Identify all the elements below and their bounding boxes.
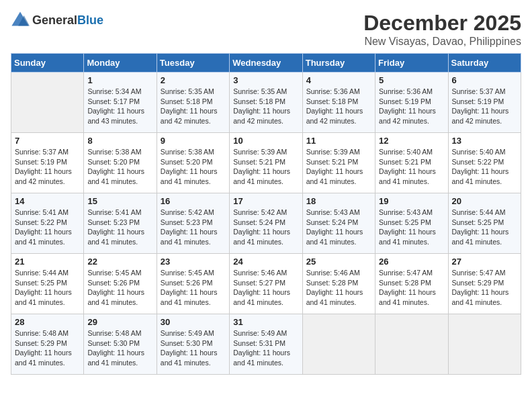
header-saturday: Saturday xyxy=(448,54,521,73)
calendar-cell: 28Sunrise: 5:48 AMSunset: 5:29 PMDayligh… xyxy=(11,314,84,375)
cell-info: Sunrise: 5:35 AMSunset: 5:18 PMDaylight:… xyxy=(161,87,226,126)
cell-info: Sunrise: 5:47 AMSunset: 5:28 PMDaylight:… xyxy=(379,268,444,308)
day-number: 24 xyxy=(233,257,298,267)
day-number: 13 xyxy=(452,136,517,146)
header-wednesday: Wednesday xyxy=(230,54,302,73)
day-number: 31 xyxy=(233,317,298,327)
day-number: 30 xyxy=(161,317,226,327)
calendar-cell xyxy=(302,314,375,375)
day-number: 19 xyxy=(379,196,444,206)
calendar-cell: 2Sunrise: 5:35 AMSunset: 5:18 PMDaylight… xyxy=(157,73,229,133)
cell-info: Sunrise: 5:46 AMSunset: 5:27 PMDaylight:… xyxy=(233,268,298,308)
calendar-cell: 23Sunrise: 5:45 AMSunset: 5:26 PMDayligh… xyxy=(157,254,229,314)
cell-info: Sunrise: 5:38 AMSunset: 5:20 PMDaylight:… xyxy=(87,147,152,187)
day-number: 29 xyxy=(87,317,152,327)
calendar-cell: 17Sunrise: 5:42 AMSunset: 5:24 PMDayligh… xyxy=(230,193,302,254)
calendar-cell: 7Sunrise: 5:37 AMSunset: 5:19 PMDaylight… xyxy=(11,133,84,193)
calendar-cell: 15Sunrise: 5:41 AMSunset: 5:23 PMDayligh… xyxy=(84,193,157,254)
day-number: 3 xyxy=(233,75,298,85)
calendar-cell xyxy=(448,314,521,375)
calendar-cell: 4Sunrise: 5:36 AMSunset: 5:18 PMDaylight… xyxy=(302,73,375,133)
calendar-cell: 12Sunrise: 5:40 AMSunset: 5:21 PMDayligh… xyxy=(375,133,448,193)
cell-info: Sunrise: 5:46 AMSunset: 5:28 PMDaylight:… xyxy=(306,268,371,308)
header-sunday: Sunday xyxy=(11,54,84,73)
cell-info: Sunrise: 5:49 AMSunset: 5:30 PMDaylight:… xyxy=(161,328,226,368)
day-number: 21 xyxy=(15,257,80,267)
calendar-cell: 9Sunrise: 5:38 AMSunset: 5:20 PMDaylight… xyxy=(157,133,229,193)
cell-info: Sunrise: 5:36 AMSunset: 5:18 PMDaylight:… xyxy=(306,87,371,126)
day-number: 10 xyxy=(233,136,298,146)
logo-text-blue: Blue xyxy=(77,13,103,27)
cell-info: Sunrise: 5:38 AMSunset: 5:20 PMDaylight:… xyxy=(161,147,226,187)
cell-info: Sunrise: 5:44 AMSunset: 5:25 PMDaylight:… xyxy=(15,268,80,308)
day-number: 28 xyxy=(15,317,80,327)
cell-info: Sunrise: 5:48 AMSunset: 5:30 PMDaylight:… xyxy=(87,328,152,368)
cell-info: Sunrise: 5:48 AMSunset: 5:29 PMDaylight:… xyxy=(15,328,80,368)
day-number: 23 xyxy=(161,257,226,267)
calendar-week-row: 14Sunrise: 5:41 AMSunset: 5:22 PMDayligh… xyxy=(11,193,521,254)
calendar-cell: 31Sunrise: 5:49 AMSunset: 5:31 PMDayligh… xyxy=(230,314,302,375)
day-number: 14 xyxy=(15,196,80,206)
day-number: 8 xyxy=(87,136,152,146)
cell-info: Sunrise: 5:44 AMSunset: 5:25 PMDaylight:… xyxy=(452,208,517,247)
day-number: 4 xyxy=(306,75,371,85)
logo-icon xyxy=(11,11,30,30)
calendar-week-row: 28Sunrise: 5:48 AMSunset: 5:29 PMDayligh… xyxy=(11,314,521,375)
header-thursday: Thursday xyxy=(302,54,375,73)
month-title: December 2025 xyxy=(363,11,521,36)
calendar-week-row: 21Sunrise: 5:44 AMSunset: 5:25 PMDayligh… xyxy=(11,254,521,314)
calendar-cell: 13Sunrise: 5:40 AMSunset: 5:22 PMDayligh… xyxy=(448,133,521,193)
cell-info: Sunrise: 5:36 AMSunset: 5:19 PMDaylight:… xyxy=(379,87,444,126)
day-number: 27 xyxy=(452,257,517,267)
day-number: 5 xyxy=(379,75,444,85)
calendar-cell: 3Sunrise: 5:35 AMSunset: 5:18 PMDaylight… xyxy=(230,73,302,133)
logo: GeneralBlue xyxy=(11,11,103,30)
calendar-cell: 20Sunrise: 5:44 AMSunset: 5:25 PMDayligh… xyxy=(448,193,521,254)
calendar-cell: 6Sunrise: 5:37 AMSunset: 5:19 PMDaylight… xyxy=(448,73,521,133)
calendar-cell: 16Sunrise: 5:42 AMSunset: 5:23 PMDayligh… xyxy=(157,193,229,254)
calendar-table: SundayMondayTuesdayWednesdayThursdayFrid… xyxy=(11,53,521,375)
calendar-cell: 10Sunrise: 5:39 AMSunset: 5:21 PMDayligh… xyxy=(230,133,302,193)
day-number: 25 xyxy=(306,257,371,267)
header-friday: Friday xyxy=(375,54,448,73)
calendar-cell: 19Sunrise: 5:43 AMSunset: 5:25 PMDayligh… xyxy=(375,193,448,254)
calendar-week-row: 7Sunrise: 5:37 AMSunset: 5:19 PMDaylight… xyxy=(11,133,521,193)
day-number: 2 xyxy=(161,75,226,85)
calendar-cell xyxy=(11,73,84,133)
calendar-cell xyxy=(375,314,448,375)
logo-text-general: General xyxy=(32,13,77,27)
cell-info: Sunrise: 5:34 AMSunset: 5:17 PMDaylight:… xyxy=(87,87,152,126)
calendar-cell: 18Sunrise: 5:43 AMSunset: 5:24 PMDayligh… xyxy=(302,193,375,254)
calendar-cell: 27Sunrise: 5:47 AMSunset: 5:29 PMDayligh… xyxy=(448,254,521,314)
title-block: December 2025 New Visayas, Davao, Philip… xyxy=(363,11,521,48)
day-number: 26 xyxy=(379,257,444,267)
day-number: 22 xyxy=(87,257,152,267)
calendar-cell: 29Sunrise: 5:48 AMSunset: 5:30 PMDayligh… xyxy=(84,314,157,375)
day-number: 7 xyxy=(15,136,80,146)
cell-info: Sunrise: 5:40 AMSunset: 5:21 PMDaylight:… xyxy=(379,147,444,187)
day-number: 20 xyxy=(452,196,517,206)
calendar-cell: 24Sunrise: 5:46 AMSunset: 5:27 PMDayligh… xyxy=(230,254,302,314)
cell-info: Sunrise: 5:41 AMSunset: 5:23 PMDaylight:… xyxy=(87,208,152,247)
day-number: 17 xyxy=(233,196,298,206)
location-title: New Visayas, Davao, Philippines xyxy=(363,36,521,48)
calendar-cell: 1Sunrise: 5:34 AMSunset: 5:17 PMDaylight… xyxy=(84,73,157,133)
cell-info: Sunrise: 5:35 AMSunset: 5:18 PMDaylight:… xyxy=(233,87,298,126)
header-tuesday: Tuesday xyxy=(157,54,229,73)
calendar-cell: 22Sunrise: 5:45 AMSunset: 5:26 PMDayligh… xyxy=(84,254,157,314)
calendar-cell: 14Sunrise: 5:41 AMSunset: 5:22 PMDayligh… xyxy=(11,193,84,254)
day-number: 16 xyxy=(161,196,226,206)
page-header: GeneralBlue December 2025 New Visayas, D… xyxy=(11,11,521,48)
day-number: 11 xyxy=(306,136,371,146)
day-number: 9 xyxy=(161,136,226,146)
cell-info: Sunrise: 5:47 AMSunset: 5:29 PMDaylight:… xyxy=(452,268,517,308)
calendar-cell: 21Sunrise: 5:44 AMSunset: 5:25 PMDayligh… xyxy=(11,254,84,314)
calendar-header-row: SundayMondayTuesdayWednesdayThursdayFrid… xyxy=(11,54,521,73)
calendar-cell: 11Sunrise: 5:39 AMSunset: 5:21 PMDayligh… xyxy=(302,133,375,193)
cell-info: Sunrise: 5:40 AMSunset: 5:22 PMDaylight:… xyxy=(452,147,517,187)
calendar-cell: 26Sunrise: 5:47 AMSunset: 5:28 PMDayligh… xyxy=(375,254,448,314)
cell-info: Sunrise: 5:39 AMSunset: 5:21 PMDaylight:… xyxy=(306,147,371,187)
calendar-cell: 30Sunrise: 5:49 AMSunset: 5:30 PMDayligh… xyxy=(157,314,229,375)
cell-info: Sunrise: 5:49 AMSunset: 5:31 PMDaylight:… xyxy=(233,328,298,368)
cell-info: Sunrise: 5:42 AMSunset: 5:23 PMDaylight:… xyxy=(161,208,226,247)
